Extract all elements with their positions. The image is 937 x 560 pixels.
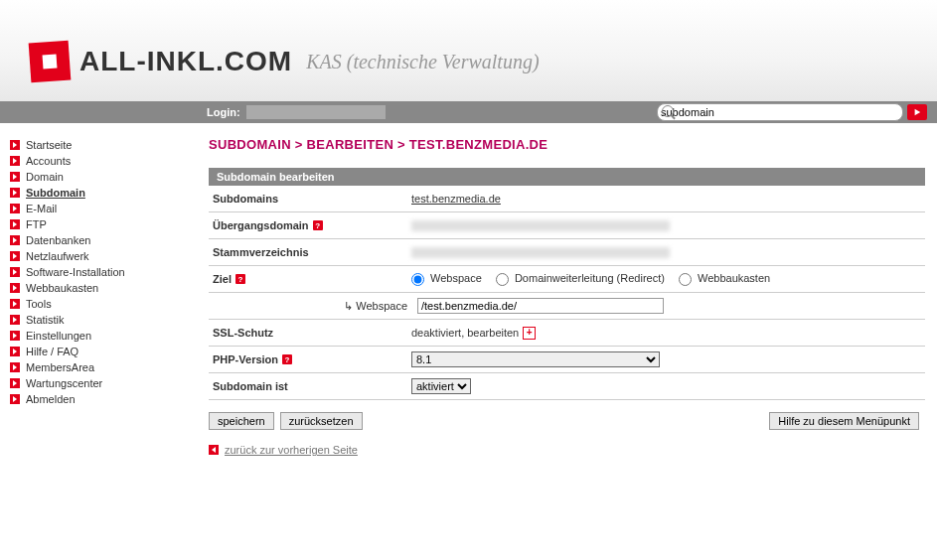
- back-link[interactable]: zurück zur vorherigen Seite: [225, 444, 358, 456]
- panel-title: Subdomain bearbeiten: [209, 168, 925, 186]
- sidebar-item-label: FTP: [26, 218, 47, 230]
- label-webspace-sub: ↳ Webspace: [209, 300, 417, 313]
- sidebar-item-webbaukasten[interactable]: Webbaukasten: [10, 280, 179, 296]
- help-icon[interactable]: ?: [313, 220, 323, 230]
- sidebar-item-e-mail[interactable]: E-Mail: [10, 201, 179, 216]
- login-label: Login:: [207, 106, 240, 118]
- input-webspace-path[interactable]: [417, 298, 664, 314]
- label-subdomains: Subdomains: [209, 193, 411, 205]
- main-content: SUBDOMAIN > BEARBEITEN > TEST.BENZMEDIA.…: [189, 137, 937, 456]
- ssl-status-text: deaktiviert, bearbeiten: [411, 327, 519, 339]
- sidebar-item-label: Accounts: [26, 155, 71, 167]
- sidebar-item-abmelden[interactable]: Abmelden: [10, 391, 179, 407]
- search-icon: [662, 105, 674, 117]
- sidebar-item-accounts[interactable]: Accounts: [10, 153, 179, 169]
- sidebar-arrow-icon: [10, 204, 20, 213]
- sidebar-item-label: Domain: [26, 171, 64, 183]
- ziel-radio-group: Webspace Domainweiterleitung (Redirect) …: [411, 272, 925, 286]
- sidebar-arrow-icon: [10, 188, 20, 198]
- search-input[interactable]: [657, 103, 903, 121]
- sidebar-item-statistik[interactable]: Statistik: [10, 312, 179, 328]
- sidebar-arrow-icon: [10, 283, 20, 293]
- sidebar-arrow-icon: [10, 315, 20, 325]
- sidebar-arrow-icon: [10, 219, 20, 229]
- sidebar-item-label: Netzlaufwerk: [26, 250, 89, 262]
- svg-marker-0: [915, 109, 921, 115]
- save-button[interactable]: speichern: [209, 412, 274, 430]
- back-link-row: zurück zur vorherigen Seite: [209, 444, 925, 456]
- sidebar-item-membersarea[interactable]: MembersArea: [10, 359, 179, 375]
- sidebar-item-netzlaufwerk[interactable]: Netzlaufwerk: [10, 248, 179, 264]
- select-subdomain-status[interactable]: aktiviert: [411, 378, 471, 394]
- sidebar-arrow-icon: [10, 299, 20, 309]
- label-stammverzeichnis: Stammverzeichnis: [209, 246, 411, 258]
- ssl-edit-icon[interactable]: +: [523, 327, 536, 340]
- sidebar-item-label: Hilfe / FAQ: [26, 346, 78, 357]
- sidebar-item-label: Tools: [26, 298, 52, 310]
- sidebar-arrow-icon: [10, 172, 20, 182]
- sidebar-arrow-icon: [10, 378, 20, 388]
- label-ubergangsdomain: Übergangsdomain ?: [209, 219, 411, 231]
- sidebar-item-software-installation[interactable]: Software-Installation: [10, 264, 179, 280]
- select-php-version[interactable]: 8.1: [411, 351, 660, 367]
- radio-webbaukasten[interactable]: Webbaukasten: [679, 272, 770, 286]
- sidebar-arrow-icon: [10, 235, 20, 245]
- sidebar-item-label: Software-Installation: [26, 266, 125, 278]
- sidebar-item-einstellungen[interactable]: Einstellungen: [10, 328, 179, 344]
- sidebar-item-startseite[interactable]: Startseite: [10, 137, 179, 153]
- sidebar-arrow-icon: [10, 267, 20, 277]
- label-php-version: PHP-Version ?: [209, 353, 411, 365]
- help-icon[interactable]: ?: [235, 274, 245, 284]
- header: ALL-INKL.COM KAS (technische Verwaltung): [0, 0, 937, 101]
- sidebar-item-label: Datenbanken: [26, 234, 90, 246]
- breadcrumb: SUBDOMAIN > BEARBEITEN > TEST.BENZMEDIA.…: [209, 137, 925, 152]
- sidebar-arrow-icon: [10, 140, 20, 150]
- sidebar-item-ftp[interactable]: FTP: [10, 216, 179, 232]
- sidebar-item-label: Subdomain: [26, 187, 85, 199]
- label-ssl: SSL-Schutz: [209, 327, 411, 339]
- sidebar-item-label: Statistik: [26, 314, 65, 326]
- sidebar-item-datenbanken[interactable]: Datenbanken: [10, 232, 179, 248]
- login-bar: Login:: [0, 101, 937, 123]
- sidebar-arrow-icon: [10, 156, 20, 166]
- reset-button[interactable]: zurücksetzen: [280, 412, 363, 430]
- label-subdomain-ist: Subdomain ist: [209, 380, 411, 392]
- login-value-hidden: [246, 105, 386, 119]
- sidebar-item-label: Startseite: [26, 139, 72, 151]
- logo-icon: [29, 41, 72, 83]
- sidebar-item-subdomain[interactable]: Subdomain: [10, 185, 179, 201]
- value-ubergangsdomain-hidden: [411, 220, 670, 231]
- sidebar-item-label: Wartungscenter: [26, 377, 102, 389]
- search-box: [657, 103, 927, 121]
- sidebar: StartseiteAccountsDomainSubdomainE-MailF…: [0, 137, 189, 456]
- help-menu-button[interactable]: Hilfe zu diesem Menüpunkt: [769, 412, 919, 430]
- search-go-button[interactable]: [907, 104, 927, 120]
- back-arrow-icon: [209, 445, 219, 455]
- label-ziel: Ziel ?: [209, 273, 411, 285]
- radio-webspace[interactable]: Webspace: [411, 272, 482, 286]
- sidebar-item-tools[interactable]: Tools: [10, 296, 179, 312]
- header-subtitle: KAS (technische Verwaltung): [306, 51, 539, 73]
- sidebar-item-label: Webbaukasten: [26, 282, 98, 294]
- sidebar-item-wartungscenter[interactable]: Wartungscenter: [10, 375, 179, 391]
- sidebar-arrow-icon: [10, 331, 20, 341]
- sidebar-arrow-icon: [10, 251, 20, 261]
- sidebar-arrow-icon: [10, 347, 20, 356]
- sidebar-item-domain[interactable]: Domain: [10, 169, 179, 185]
- sidebar-item-label: Abmelden: [26, 393, 76, 405]
- sidebar-item-label: E-Mail: [26, 203, 57, 214]
- help-icon[interactable]: ?: [282, 354, 292, 364]
- sidebar-item-label: Einstellungen: [26, 330, 91, 342]
- sidebar-item-hilfe-faq[interactable]: Hilfe / FAQ: [10, 344, 179, 359]
- sidebar-arrow-icon: [10, 394, 20, 404]
- value-subdomains[interactable]: test.benzmedia.de: [411, 193, 501, 205]
- radio-redirect[interactable]: Domainweiterleitung (Redirect): [496, 272, 665, 286]
- sidebar-arrow-icon: [10, 362, 20, 372]
- sidebar-item-label: MembersArea: [26, 361, 94, 373]
- logo-text: ALL-INKL.COM: [79, 46, 292, 77]
- value-stammverzeichnis-hidden: [411, 247, 670, 258]
